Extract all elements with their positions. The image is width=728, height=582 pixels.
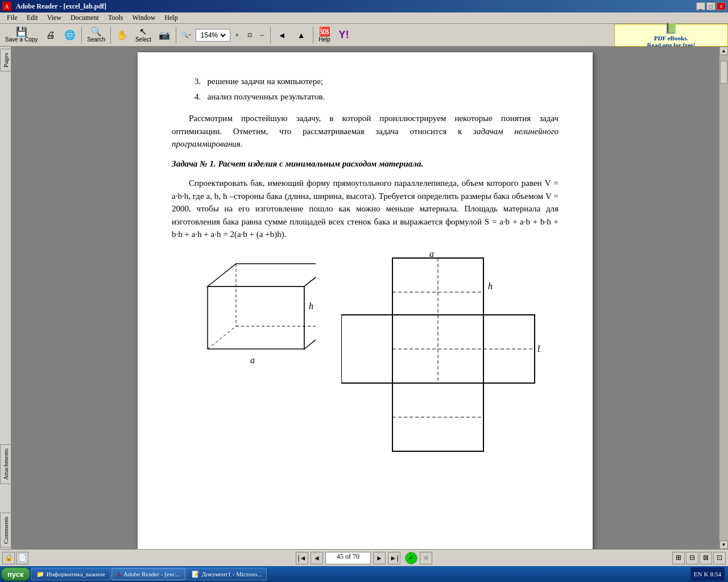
label-a-top-net: a	[429, 252, 434, 259]
lang-indicator: EN	[694, 571, 702, 577]
help-button[interactable]: 🆘 Help	[316, 25, 334, 45]
adobe-icon: A	[117, 571, 121, 577]
taskbar-adobe[interactable]: A Adobe Reader - [exc...	[111, 568, 185, 580]
taskbar-item-1-label: Информатика_важное	[47, 571, 105, 577]
save-copy-icon: 💾	[16, 27, 27, 36]
title-bar: A Adobe Reader - [excel_lab.pdf] _ □ ×	[0, 0, 728, 13]
yahoo-icon: Y!	[339, 29, 349, 41]
yahoo-button[interactable]: Y!	[335, 25, 353, 45]
save-copy-label: Save a Copy	[5, 36, 38, 43]
status-bar: 🔒 📄 |◄ ◄ 45 of 70 ► ►| ✓ ○ ⊞ ⊟ ⊠ ⊡	[0, 549, 728, 566]
svg-marker-1	[208, 264, 316, 286]
maximize-button[interactable]: □	[706, 2, 715, 10]
main-area: Pages Attachments Comments 3. решение за…	[0, 47, 728, 549]
pdf-banner-line1: PDF eBooks.	[654, 35, 688, 41]
separator4	[270, 27, 271, 44]
taskbar-right: EN K 8:54	[690, 567, 727, 581]
start-button[interactable]: пуск	[1, 567, 30, 581]
zoom-in-icon: +	[235, 32, 239, 38]
select-label: Select	[135, 36, 151, 43]
pdf-ebooks-banner[interactable]: 📗 PDF eBooks. Read one for free!	[614, 24, 728, 47]
first-page-button[interactable]: |◄	[296, 552, 308, 564]
snapshot-button[interactable]: 📷	[155, 25, 173, 45]
window-title: Adobe Reader - [excel_lab.pdf]	[16, 2, 106, 11]
fit-page-button[interactable]: ⊡	[244, 25, 255, 45]
hand-tool-button[interactable]: ✋	[113, 25, 131, 45]
folder-icon: 📁	[36, 571, 44, 578]
menu-help[interactable]: Help	[160, 13, 182, 23]
print-button[interactable]: 🖨	[42, 25, 60, 45]
resize-icon-1[interactable]: ⊞	[672, 552, 685, 564]
search-button[interactable]: 🔍 Search	[84, 25, 108, 45]
taskbar-word[interactable]: 📝 Документ1 - Microso...	[187, 568, 267, 580]
menu-edit[interactable]: Edit	[22, 13, 43, 23]
comments-tab[interactable]: Comments	[0, 513, 11, 548]
right-scrollbar: ▲ ▼	[719, 47, 728, 549]
list-item-3: 3. решение задачи на компьютере;	[195, 75, 559, 88]
scroll-down-button[interactable]: ▼	[719, 541, 728, 549]
net-svg: a h b	[341, 252, 540, 468]
zoom-out-icon: 🔍−	[181, 32, 192, 38]
menu-file[interactable]: File	[2, 13, 22, 23]
status-icon-2[interactable]: 📄	[16, 552, 28, 564]
minimize-button[interactable]: _	[696, 2, 705, 10]
attachments-tab[interactable]: Attachments	[0, 444, 11, 484]
system-tray: EN K 8:54	[690, 567, 725, 581]
label-h-3d: h	[309, 301, 313, 311]
status-icon-1[interactable]: 🔒	[2, 552, 15, 564]
zoom-select[interactable]: 154% 100% 125% 150% 200%	[198, 31, 228, 40]
right-status-icons: ✓ ○	[405, 552, 432, 564]
status-circle-2[interactable]: ○	[420, 552, 432, 564]
help-label: Help	[318, 36, 330, 43]
help-icon: 🆘	[319, 27, 330, 36]
select-icon: ↖	[139, 27, 147, 36]
list-item-4: 4. анализ полученных результатов.	[195, 90, 559, 103]
prev-page-button[interactable]: ◄	[273, 25, 291, 45]
select-button[interactable]: ↖ Select	[133, 25, 154, 45]
pdf-content: 3. решение задачи на компьютере; 4. анал…	[11, 47, 719, 549]
scroll-up-button[interactable]: ▲	[719, 47, 728, 55]
svg-rect-7	[341, 315, 392, 383]
status-circle-green[interactable]: ✓	[405, 552, 417, 564]
next-page-nav-button[interactable]: ►	[373, 552, 386, 564]
save-copy-button[interactable]: 💾 Save a Copy	[2, 25, 40, 45]
scroll-track	[719, 55, 728, 541]
window-controls[interactable]: _ □ ×	[696, 2, 726, 10]
pages-tab[interactable]: Pages	[0, 49, 11, 72]
word-icon: 📝	[192, 571, 200, 578]
menu-window[interactable]: Window	[127, 13, 160, 23]
start-label: пуск	[7, 570, 24, 579]
email-button[interactable]: 🌐	[61, 25, 79, 45]
zoom-out-button[interactable]: 🔍−	[179, 25, 195, 45]
menu-tools[interactable]: Tools	[104, 13, 128, 23]
next-page-button[interactable]: ▲	[292, 25, 311, 45]
resize-icon-2[interactable]: ⊟	[686, 552, 698, 564]
zoom-in-button[interactable]: +	[231, 25, 243, 45]
resize-icon-4[interactable]: ⊡	[713, 552, 726, 564]
paragraph-1: Рассмотрим простейшую задачу, в которой …	[172, 112, 559, 151]
fit-width-icon: ↔	[259, 32, 265, 38]
last-page-button[interactable]: ►|	[388, 552, 400, 564]
diagram-3d-box: h b a	[191, 252, 316, 366]
page-info: 45 of 70	[337, 552, 359, 560]
page-input-display[interactable]: 45 of 70	[325, 552, 371, 564]
menu-document[interactable]: Document	[66, 13, 104, 23]
close-button[interactable]: ×	[717, 2, 726, 10]
taskbar: пуск 📁 Информатика_важное A Adobe Reader…	[0, 566, 728, 582]
label-a-3d: a	[250, 355, 255, 365]
fit-width-button[interactable]: ↔	[257, 25, 268, 45]
resize-icon-3[interactable]: ⊠	[700, 552, 712, 564]
taskbar-item-2-label: Adobe Reader - [exc...	[123, 571, 180, 577]
menu-view[interactable]: View	[43, 13, 66, 23]
taskbar-informatika[interactable]: 📁 Информатика_важное	[31, 568, 110, 580]
toolbar: 💾 Save a Copy 🖨 🌐 🔍 Search ✋ ↖ Select 📷 …	[0, 24, 728, 47]
zoom-level-control[interactable]: 154% 100% 125% 150% 200%	[196, 29, 230, 41]
taskbar-item-3-label: Документ1 - Microso...	[202, 571, 262, 577]
email-icon: 🌐	[64, 31, 76, 40]
task-title: Задача № 1. Расчет изделия с минимальным…	[172, 157, 559, 171]
scroll-thumb[interactable]	[720, 61, 727, 84]
prev-page-nav-button[interactable]: ◄	[311, 552, 323, 564]
menu-bar: File Edit View Document Tools Window Hel…	[0, 13, 728, 24]
svg-marker-0	[208, 286, 304, 349]
label-b-net: b	[537, 344, 540, 354]
